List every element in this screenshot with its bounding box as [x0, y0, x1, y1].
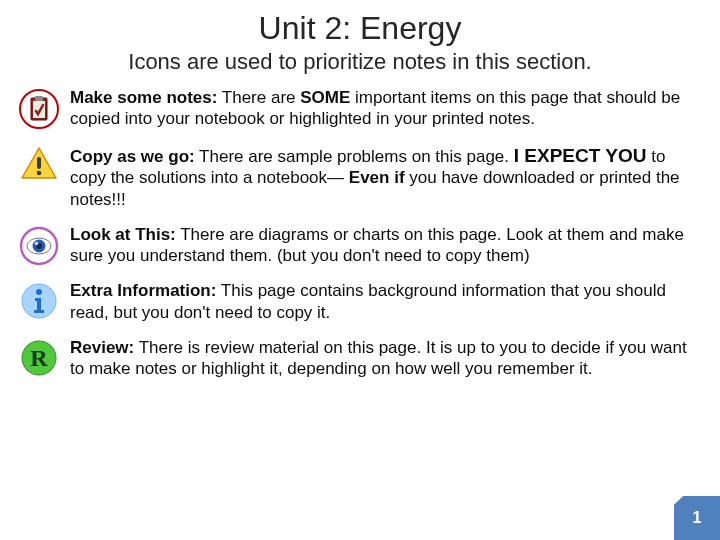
svg-point-5 — [37, 170, 42, 175]
svg-rect-2 — [33, 101, 45, 118]
info-icon — [8, 280, 70, 320]
page-number-badge: 1 — [674, 496, 720, 540]
item-text: Extra Information: This page contains ba… — [70, 280, 700, 323]
page-title: Unit 2: Energy — [0, 10, 720, 47]
item-text: Copy as we go: There are sample problems… — [70, 144, 700, 210]
item-label: Copy as we go: — [70, 147, 195, 166]
svg-point-10 — [35, 241, 39, 245]
item-look-at-this: Look at This: There are diagrams or char… — [8, 224, 700, 267]
svg-rect-4 — [37, 157, 41, 169]
item-review: R Review: There is review material on th… — [8, 337, 700, 380]
clipboard-icon — [8, 87, 70, 129]
item-make-notes: Make some notes: There are SOME importan… — [8, 87, 700, 130]
item-text: Make some notes: There are SOME importan… — [70, 87, 700, 130]
svg-text:R: R — [30, 345, 48, 371]
page-subtitle: Icons are used to prioritize notes in th… — [0, 49, 720, 75]
item-text: Look at This: There are diagrams or char… — [70, 224, 700, 267]
item-copy-as-we-go: Copy as we go: There are sample problems… — [8, 144, 700, 210]
item-label: Look at This: — [70, 225, 176, 244]
eye-icon — [8, 224, 70, 266]
item-text: Review: There is review material on this… — [70, 337, 700, 380]
item-label: Review: — [70, 338, 134, 357]
svg-point-12 — [36, 289, 42, 295]
item-extra-info: Extra Information: This page contains ba… — [8, 280, 700, 323]
item-label: Extra Information: — [70, 281, 216, 300]
review-icon: R — [8, 337, 70, 377]
svg-rect-3 — [35, 96, 43, 101]
slide-header: Unit 2: Energy Icons are used to priorit… — [0, 0, 720, 75]
item-label: Make some notes: — [70, 88, 217, 107]
content-area: Make some notes: There are SOME importan… — [0, 75, 720, 379]
warning-icon — [8, 144, 70, 182]
